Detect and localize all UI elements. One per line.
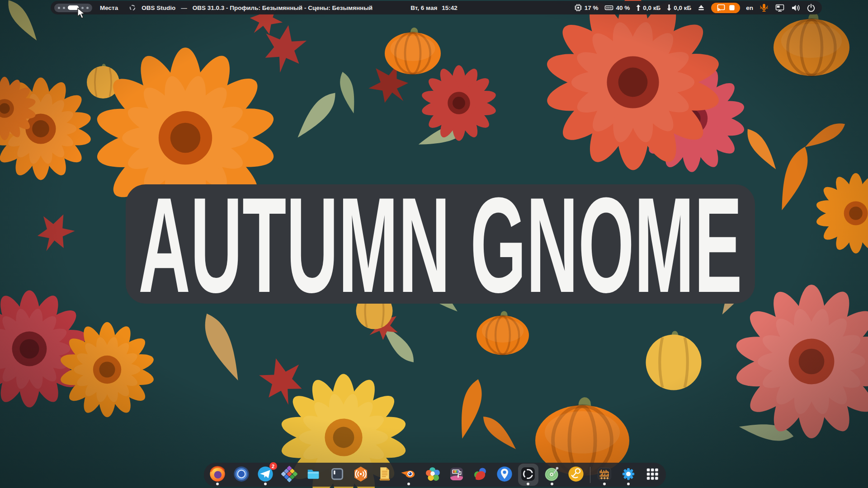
app-menu-obs-studio[interactable]: OBS Studio: [142, 5, 175, 11]
volume-indicator[interactable]: [791, 3, 801, 12]
banner-text: AUTUMN GNOME: [138, 184, 742, 304]
net-down-value: 0,0 кБ: [674, 5, 691, 11]
clock-date: Вт, 6 мая: [410, 5, 437, 11]
running-indicator: [264, 483, 267, 485]
mosaic-diamond-icon: [280, 465, 299, 483]
workspace-dot[interactable]: [63, 7, 65, 9]
dock-item-settings[interactable]: [618, 464, 638, 486]
dock-item-mosaic-app[interactable]: [279, 464, 300, 486]
eject-button[interactable]: [697, 3, 705, 12]
maps-pin-icon: [495, 465, 514, 483]
stop-recording-icon: [729, 5, 735, 10]
keyboard-layout[interactable]: en: [746, 5, 753, 11]
title-separator: —: [181, 5, 187, 11]
dock: 2: [204, 463, 666, 487]
arrow-down-icon: [666, 4, 672, 12]
dock-item-console[interactable]: [327, 464, 347, 486]
system-indicators[interactable]: 17 % 40 % 0,0 кБ 0,0 кБ: [574, 3, 822, 13]
dock-item-color-wheel-app[interactable]: [423, 464, 443, 486]
running-indicator: [603, 483, 606, 485]
dock-item-music-player[interactable]: [542, 464, 562, 486]
desktop: AUTUMN GNOME Места OBS Studio — OBS 31.0…: [0, 0, 868, 488]
dock-item-gradience[interactable]: [446, 464, 467, 486]
settings-gear-icon: [619, 465, 638, 483]
running-indicator: [216, 483, 219, 485]
podcasts-icon: [351, 465, 370, 483]
cpu-value: 17 %: [585, 5, 599, 11]
screen-share-indicator[interactable]: [775, 3, 785, 12]
file-manager-icon: [304, 465, 323, 483]
screen-share-icon: [775, 3, 785, 12]
clock-time: 15:42: [442, 5, 458, 11]
microphone-indicator[interactable]: [759, 3, 769, 13]
blender-icon: [399, 465, 418, 483]
chromium-icon: [232, 465, 251, 483]
window-title: OBS 31.0.3 - Профиль: Безымянный - Сцены…: [193, 5, 373, 11]
dock-item-maps[interactable]: [494, 464, 514, 486]
color-wheel-icon: [423, 465, 442, 483]
ram-icon: [604, 3, 614, 12]
dock-item-firefox[interactable]: [208, 464, 228, 486]
running-indicator: [551, 483, 553, 485]
running-indicator: [627, 483, 630, 485]
dock-item-chromium[interactable]: [231, 464, 252, 486]
equalizer-icon: [595, 465, 614, 483]
eject-icon: [697, 3, 705, 12]
power-button[interactable]: [807, 3, 816, 12]
paint-roller-icon: [447, 465, 466, 483]
text-editor-icon: [375, 465, 394, 483]
notification-badge: 2: [269, 462, 277, 470]
net-up-value: 0,0 кБ: [643, 5, 660, 11]
lollypop-icon: [566, 465, 585, 483]
obs-glyph-icon[interactable]: [129, 4, 136, 11]
dock-item-podcasts[interactable]: [351, 464, 371, 486]
screencast-icon: [717, 4, 726, 12]
dock-item-app-grid[interactable]: [642, 464, 662, 486]
running-indicator: [527, 483, 529, 485]
memory-value: 40 %: [616, 5, 630, 11]
microphone-icon: [759, 3, 769, 13]
obs-studio-icon: [519, 465, 538, 483]
cpu-indicator[interactable]: 17 %: [574, 3, 599, 12]
dock-item-equalizer[interactable]: [594, 464, 614, 486]
dock-item-blender[interactable]: [399, 464, 419, 486]
dock-item-files[interactable]: [303, 464, 323, 486]
clock-menu[interactable]: Вт, 6 мая 15:42: [410, 5, 458, 11]
power-icon: [807, 3, 816, 12]
firefox-icon: [208, 465, 227, 483]
dock-item-obs-studio[interactable]: [518, 464, 538, 486]
top-bar: Места OBS Studio — OBS 31.0.3 - Профиль:…: [51, 1, 822, 14]
memory-indicator[interactable]: 40 %: [604, 3, 630, 12]
workspace-dot[interactable]: [58, 7, 60, 9]
rpi-imager-icon: [471, 465, 490, 483]
mouse-cursor: [77, 8, 87, 19]
dock-item-rpi-imager[interactable]: [470, 464, 491, 486]
cpu-chip-icon: [574, 3, 583, 12]
volume-icon: [791, 3, 801, 12]
net-up-indicator[interactable]: 0,0 кБ: [636, 4, 660, 12]
app-grid-icon: [643, 465, 662, 483]
net-down-indicator[interactable]: 0,0 кБ: [666, 4, 691, 12]
arrow-up-icon: [636, 4, 641, 12]
screencast-indicator[interactable]: [711, 3, 740, 13]
vinyl-record-icon: [542, 465, 561, 483]
wallpaper-banner: AUTUMN GNOME: [126, 184, 755, 304]
running-indicator: [407, 483, 410, 485]
dock-item-text-editor[interactable]: [375, 464, 395, 486]
dock-divider: [590, 467, 591, 483]
console-icon: [328, 465, 347, 483]
dock-item-telegram[interactable]: 2: [255, 464, 276, 486]
dock-item-lollypop[interactable]: [566, 464, 586, 486]
places-menu[interactable]: Места: [100, 5, 118, 11]
